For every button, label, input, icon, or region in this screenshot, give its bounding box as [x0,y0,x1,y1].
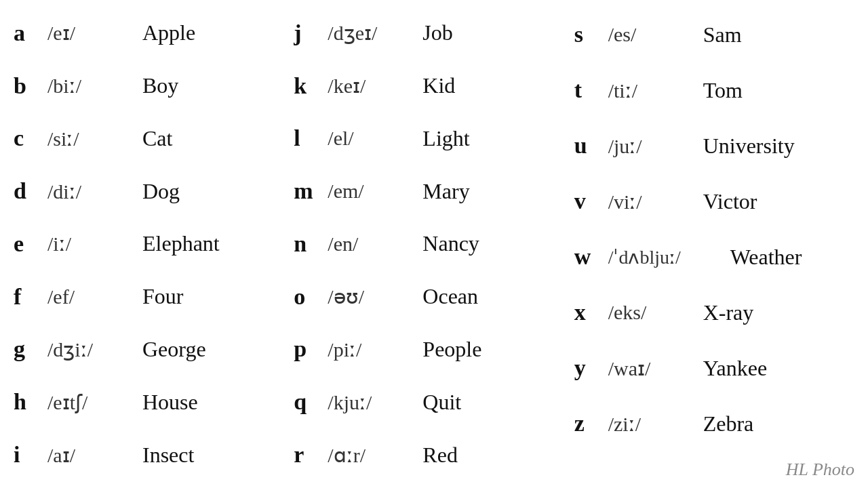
table-row: y/waɪ/Yankee [574,354,854,382]
example-word: House [142,390,198,415]
phonetic: /dʒiː/ [47,338,142,361]
table-row: t/tiː/Tom [574,76,854,104]
example-word: Light [422,126,469,151]
phonetic: /en/ [328,232,422,256]
phonetic: /eks/ [608,301,703,324]
phonetic: /ziː/ [608,412,703,436]
phonetic: /əʊ/ [328,285,422,308]
table-row: g/dʒiː/George [14,335,294,363]
table-row: n/en/Nancy [294,230,574,258]
phonetic: /siː/ [47,127,142,150]
table-row: r/ɑːr/Red [294,441,574,469]
example-word: Red [422,443,458,468]
phonetic: /aɪ/ [47,443,142,467]
phonetic: /juː/ [608,134,703,158]
phonetic: /tiː/ [608,79,703,102]
example-word: Yankee [703,356,768,381]
table-row: b/biː/Boy [14,72,294,100]
phonetic: /diː/ [47,180,142,203]
letter-n: n [294,231,328,257]
phonetic: /piː/ [328,338,422,361]
example-word: Four [142,284,183,309]
table-row: f/ef/Four [14,283,294,311]
phonetic: /el/ [328,127,422,150]
table-row: k/keɪ/Kid [294,72,574,100]
column-col2: j/dʒeɪ/Jobk/keɪ/Kidl/el/Lightm/em/Maryn/… [294,7,574,481]
letter-p: p [294,336,328,362]
watermark: HL Photo [786,460,854,480]
phonetic: /dʒeɪ/ [328,21,422,45]
letter-f: f [14,284,47,310]
letter-g: g [14,336,47,362]
example-word: George [142,337,206,362]
phonetic: /kjuː/ [328,390,422,414]
letter-w: w [574,244,608,270]
phonetic: /em/ [328,180,422,203]
letter-k: k [294,73,328,99]
table-row: m/em/Mary [294,177,574,205]
table-row: d/diː/Dog [14,177,294,205]
table-row: u/juː/University [574,131,854,160]
table-row: x/eks/X-ray [574,298,854,327]
column-col1: a/eɪ/Appleb/biː/Boyc/siː/Catd/diː/Doge/i… [14,7,294,481]
example-word: Cat [142,126,172,151]
letter-l: l [294,125,328,151]
letter-t: t [574,77,608,103]
example-word: Job [422,20,452,45]
table-row: w/ˈdʌbljuː/Weather [574,243,854,271]
table-row: z/ziː/Zebra [574,409,854,438]
table-row: i/aɪ/Insect [14,441,294,469]
example-word: People [422,337,481,362]
example-word: Apple [142,20,195,45]
table-row: o/əʊ/Ocean [294,283,574,311]
phonetic: /viː/ [608,190,703,214]
example-word: Nancy [422,231,479,256]
example-word: Zebra [703,411,754,436]
table-row: v/viː/Victor [574,187,854,216]
example-word: Mary [422,179,469,204]
alphabet-table: a/eɪ/Appleb/biː/Boyc/siː/Catd/diː/Doge/i… [0,0,868,488]
letter-r: r [294,442,328,468]
table-row: s/es/Sam [574,20,854,49]
example-word: Quit [422,390,461,415]
example-word: Sam [703,22,742,47]
phonetic: /biː/ [47,74,142,98]
letter-h: h [14,389,47,415]
table-row: h/eɪtʃ/House [14,388,294,416]
letter-a: a [14,20,47,46]
example-word: Kid [422,73,455,98]
letter-i: i [14,442,47,468]
table-row: l/el/Light [294,124,574,152]
letter-b: b [14,73,47,99]
letter-d: d [14,178,47,204]
phonetic: /eɪtʃ/ [47,390,142,414]
table-row: c/siː/Cat [14,124,294,152]
letter-z: z [574,411,608,436]
phonetic: /keɪ/ [328,74,422,98]
letter-v: v [574,188,608,214]
example-word: Dog [142,179,180,204]
letter-s: s [574,22,608,47]
phonetic: /ef/ [47,285,142,308]
table-row: p/piː/People [294,335,574,363]
example-word: X-ray [703,300,754,325]
table-row: j/dʒeɪ/Job [294,19,574,47]
example-word: Victor [703,189,757,214]
phonetic: /ˈdʌbljuː/ [608,246,730,268]
example-word: Insect [142,443,194,468]
example-word: Boy [142,73,178,98]
phonetic: /ɑːr/ [328,443,422,467]
letter-m: m [294,178,328,204]
phonetic: /iː/ [47,232,142,256]
example-word: Weather [730,245,802,270]
phonetic: /waɪ/ [608,357,703,380]
table-row: q/kjuː/Quit [294,388,574,416]
phonetic: /es/ [608,23,703,46]
column-col3: s/es/Samt/tiː/Tomu/juː/Universityv/viː/V… [574,7,854,481]
letter-e: e [14,231,47,257]
letter-c: c [14,125,47,151]
table-row: e/iː/Elephant [14,230,294,258]
phonetic: /eɪ/ [47,21,142,45]
letter-y: y [574,355,608,381]
example-word: University [703,134,795,159]
